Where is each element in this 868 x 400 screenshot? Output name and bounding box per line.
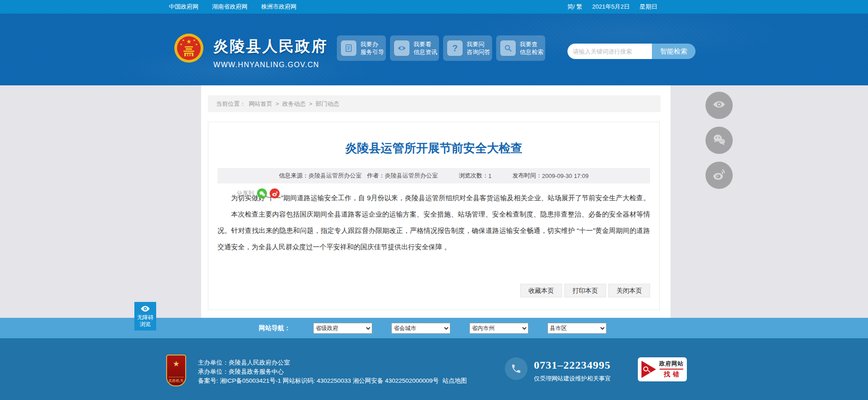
quick-buttons: 我要办服务引导 我要看信息资讯 ? 我要问咨询问答 我要查信息检索	[337, 35, 545, 61]
quick-button-services[interactable]: 我要办服务引导	[337, 35, 386, 61]
organizer-label: 主办单位：	[198, 359, 229, 366]
organizer-value: 炎陵县人民政府办公室	[229, 359, 290, 366]
svg-text:★: ★	[186, 38, 192, 45]
eye-icon	[394, 40, 409, 56]
quick-button-label: 我要查信息检索	[520, 40, 543, 56]
search-bar: 智能检索	[567, 44, 695, 59]
eye-icon	[712, 97, 726, 114]
select-county-districts[interactable]: 县市区	[547, 323, 607, 334]
search-input[interactable]	[567, 44, 652, 59]
contact-phone: 0731–22234995	[534, 359, 611, 371]
breadcrumb-label: 当前位置：	[216, 100, 246, 108]
sitemap-link[interactable]: 站点地图	[443, 377, 467, 384]
breadcrumb-separator: >	[276, 100, 279, 107]
weibo-share-icon[interactable]	[270, 188, 280, 198]
top-bar: 中国政府网 湖南省政府网 株洲市政府网 简/ 繁 2021年5月2日 星期日	[0, 0, 868, 14]
meta-author-label: 作者：	[367, 172, 385, 180]
breadcrumb-gov-news[interactable]: 政务动态	[282, 100, 306, 108]
meta-time-label: 发布时间：	[513, 172, 542, 180]
gov-site-error-report-badge[interactable]: 政府网站 找错	[638, 357, 687, 381]
question-icon: ?	[447, 40, 463, 56]
breadcrumb-separator: >	[309, 100, 313, 107]
badge-emblem-icon: ★	[167, 357, 185, 371]
site-url: WWW.HNYANLING.GOV.CN	[213, 61, 328, 69]
float-eye-button[interactable]	[705, 92, 733, 119]
article-actions: 收藏本页 打印本页 关闭本页	[520, 284, 650, 297]
gov-links: 中国政府网 湖南省政府网 株洲市政府网	[169, 3, 296, 11]
party-gov-badge: ★ 党政机关	[166, 355, 186, 386]
icp-record-text: 备案号: 湘ICP备05003421号-1 网站标识码: 4302250033 …	[198, 377, 439, 384]
meta-time: 2009-09-30 17:09	[542, 173, 589, 179]
phone-icon	[505, 357, 528, 380]
link-zhuzhou-gov[interactable]: 株洲市政府网	[261, 3, 296, 11]
wechat-share-icon[interactable]	[257, 188, 267, 198]
accessibility-label: 无障碍 浏览	[134, 314, 156, 328]
link-china-gov[interactable]: 中国政府网	[169, 3, 198, 11]
topbar-right: 简/ 繁 2021年5月2日 星期日	[567, 3, 657, 11]
quick-button-label: 我要问咨询问答	[467, 40, 490, 56]
quick-button-label: 我要看信息资讯	[414, 40, 437, 56]
svg-text:★: ★	[180, 43, 182, 46]
favorite-page-button[interactable]: 收藏本页	[520, 284, 562, 297]
breadcrumb-home[interactable]: 网站首页	[249, 100, 272, 108]
quick-button-news[interactable]: 我要看信息资讯	[390, 35, 439, 61]
wechat-icon	[712, 132, 726, 148]
article-paragraph: 为切实做好“十一”期间道路运输安全工作，自 9月份以来，炎陵县运管所组织对全县客…	[217, 190, 650, 206]
select-capital-cities[interactable]: 省会城市	[391, 323, 450, 334]
operator-label: 承办单位：	[198, 368, 229, 375]
site-nav-label: 网站导航：	[259, 324, 291, 332]
quick-button-lookup[interactable]: 我要查信息检索	[496, 35, 545, 61]
current-weekday: 星期日	[640, 3, 657, 11]
article-meta-bar: 信息来源： 炎陵县运管所办公室 作者： 炎陵县运管所办公室 浏览次数： 1 发布…	[217, 168, 650, 183]
error-flag-magnifier-icon	[641, 361, 656, 378]
weibo-icon	[712, 167, 726, 183]
article-title: 炎陵县运管所开展节前安全大检查	[208, 140, 659, 156]
svg-text:★: ★	[195, 43, 198, 46]
link-hunan-gov[interactable]: 湖南省政府网	[212, 3, 247, 11]
eye-icon	[140, 307, 150, 314]
meta-author: 炎陵县运管所办公室	[385, 172, 438, 180]
site-title-block: 炎陵县人民政府 WWW.HNYANLING.GOV.CN	[213, 36, 328, 69]
lang-toggle[interactable]: 简/ 繁	[567, 3, 582, 11]
float-wechat-button[interactable]	[705, 127, 733, 154]
article-card: 炎陵县运管所开展节前安全大检查 信息来源： 炎陵县运管所办公室 作者： 炎陵县运…	[208, 122, 660, 310]
svg-text:★: ★	[193, 39, 196, 42]
share-row: 分享到	[237, 188, 280, 198]
magnifier-icon	[500, 40, 516, 56]
select-province-cities[interactable]: 省内市州	[469, 323, 528, 334]
breadcrumb: 当前位置： 网站首页 > 政务动态 > 部门动态	[208, 95, 661, 112]
share-label: 分享到	[237, 189, 254, 198]
quick-button-label: 我要办服务引导	[360, 40, 384, 56]
accessibility-button[interactable]: 无障碍 浏览	[134, 302, 156, 331]
meta-views: 1	[488, 173, 492, 179]
breadcrumb-dept-news[interactable]: 部门动态	[316, 100, 339, 108]
print-page-button[interactable]: 打印本页	[564, 284, 606, 297]
current-date: 2021年5月2日	[592, 3, 630, 11]
meta-views-label: 浏览次数：	[459, 172, 488, 180]
float-weibo-button[interactable]	[705, 162, 733, 189]
quick-button-ask[interactable]: ? 我要问咨询问答	[443, 35, 492, 61]
error-badge-text: 政府网站 找错	[659, 360, 684, 379]
badge-label: 党政机关	[168, 377, 184, 383]
site-nav-strip: 网站导航： 省级政府 省会城市 省内市州 县市区	[0, 318, 868, 338]
smart-search-button[interactable]: 智能检索	[652, 44, 695, 59]
site-name[interactable]: 炎陵县人民政府	[213, 36, 328, 57]
svg-text:★: ★	[182, 39, 185, 42]
header-banner: ★ ★ ★ ★ ★ 炎陵县人民政府 WWW.HNYANLING.GOV.CN 我…	[0, 14, 868, 85]
national-emblem-logo[interactable]: ★ ★ ★ ★ ★	[174, 33, 204, 63]
footer: ★ 党政机关 主办单位：炎陵县人民政府办公室 承办单位：炎陵县政务服务中心 备案…	[0, 338, 868, 400]
meta-source: 炎陵县运管所办公室	[309, 172, 362, 180]
close-page-button[interactable]: 关闭本页	[608, 284, 650, 297]
select-provincial-gov[interactable]: 省级政府	[313, 323, 372, 334]
meta-source-label: 信息来源：	[279, 172, 309, 180]
document-icon	[341, 40, 356, 56]
content-area: 当前位置： 网站首页 > 政务动态 > 部门动态 炎陵县运管所开展节前安全大检查…	[0, 85, 868, 318]
article-paragraph: 本次检查主要内容包括国庆期间全县道路客运企业的运输方案、安全措施、站场管理、安全…	[217, 206, 650, 255]
contact-phone-note: 仅受理网站建设维护相关事宜	[534, 375, 611, 383]
article-body: 为切实做好“十一”期间道路运输安全工作，自 9月份以来，炎陵县运管所组织对全县客…	[217, 190, 650, 255]
operator-value: 炎陵县政务服务中心	[229, 368, 284, 375]
footer-info: 主办单位：炎陵县人民政府办公室 承办单位：炎陵县政务服务中心 备案号: 湘ICP…	[198, 358, 467, 385]
